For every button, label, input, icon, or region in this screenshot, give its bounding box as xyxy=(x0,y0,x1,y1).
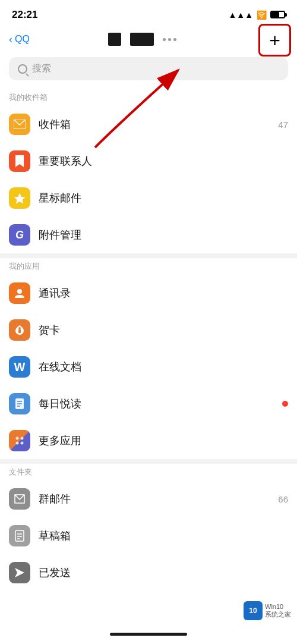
svg-point-10 xyxy=(16,437,19,440)
group-mail-badge: 66 xyxy=(278,494,288,504)
folders-list: 群邮件 66 草稿箱 已发送 xyxy=(0,480,297,591)
svg-rect-4 xyxy=(18,329,21,333)
apps-list: 通讯录 贺卡 W 在线文档 每日悦读 更多应用 xyxy=(0,275,297,459)
signal-icon: ▲▲▲ xyxy=(228,10,253,20)
nav-dot-1 xyxy=(163,38,166,41)
wifi-icon: 🛜 xyxy=(257,10,267,20)
starred-item[interactable]: 星标邮件 xyxy=(0,180,297,216)
sent-item[interactable]: 已发送 xyxy=(0,554,297,591)
drafts-icon xyxy=(9,525,30,546)
nav-dot-2 xyxy=(168,38,171,41)
inbox-list: 收件箱 47 重要联系人 星标邮件 G 附件管理 xyxy=(0,106,297,253)
greeting-item[interactable]: 贺卡 xyxy=(0,312,297,348)
status-bar: 22:21 ▲▲▲ 🛜 xyxy=(0,0,297,26)
important-icon xyxy=(9,150,30,172)
daily-read-item[interactable]: 每日悦读 xyxy=(0,385,297,422)
home-indicator xyxy=(110,633,187,636)
daily-read-label: 每日悦读 xyxy=(39,397,274,411)
apps-section-label: 我的应用 xyxy=(0,258,297,275)
nav-icon-1 xyxy=(108,33,121,46)
status-icons: ▲▲▲ 🛜 xyxy=(228,10,285,20)
contacts-icon xyxy=(9,282,30,304)
battery-icon xyxy=(270,11,285,18)
plus-icon: + xyxy=(269,31,280,50)
inbox-section-label: 我的收件箱 xyxy=(0,89,297,106)
contacts-item[interactable]: 通讯录 xyxy=(0,275,297,312)
compose-button[interactable]: + xyxy=(258,24,291,56)
greeting-label: 贺卡 xyxy=(39,323,288,337)
starred-icon xyxy=(9,187,30,209)
svg-point-3 xyxy=(17,289,22,294)
search-container: 搜索 xyxy=(9,57,288,80)
nav-title-area xyxy=(108,33,176,46)
inbox-label: 收件箱 xyxy=(39,117,270,131)
nav-dot-3 xyxy=(173,38,176,41)
more-apps-item[interactable]: 更多应用 xyxy=(0,422,297,459)
group-mail-label: 群邮件 xyxy=(39,492,270,506)
bottom-bar xyxy=(0,624,297,644)
attachment-label: 附件管理 xyxy=(39,228,288,242)
search-placeholder: 搜索 xyxy=(32,62,51,75)
inbox-badge: 47 xyxy=(278,120,288,130)
search-bar[interactable]: 搜索 xyxy=(9,57,288,80)
drafts-item[interactable]: 草稿箱 xyxy=(0,517,297,554)
daily-read-dot xyxy=(282,401,288,407)
more-apps-icon xyxy=(9,430,30,451)
watermark-line2: 系统之家 xyxy=(265,610,291,619)
svg-point-11 xyxy=(21,437,24,440)
online-doc-item[interactable]: W 在线文档 xyxy=(0,348,297,385)
svg-point-5 xyxy=(18,327,21,329)
svg-rect-14 xyxy=(15,530,24,541)
attachment-item[interactable]: G 附件管理 xyxy=(0,216,297,253)
folders-section-label: 文件夹 xyxy=(0,464,297,480)
section-divider-2 xyxy=(0,459,297,464)
inbox-item[interactable]: 收件箱 47 xyxy=(0,106,297,143)
greeting-icon xyxy=(9,319,30,341)
starred-label: 星标邮件 xyxy=(39,191,288,205)
nav-icon-2 xyxy=(130,33,154,46)
group-mail-icon xyxy=(9,488,30,510)
back-arrow-icon: ‹ xyxy=(9,33,12,46)
watermark-text: Win10 系统之家 xyxy=(265,603,291,619)
svg-point-13 xyxy=(21,442,24,445)
nav-back-label: QQ xyxy=(15,34,30,45)
group-mail-item[interactable]: 群邮件 66 xyxy=(0,480,297,517)
svg-point-12 xyxy=(16,442,19,445)
watermark: 10 Win10 系统之家 xyxy=(244,601,291,620)
svg-marker-2 xyxy=(14,193,26,204)
online-doc-icon: W xyxy=(9,356,30,378)
sent-icon xyxy=(9,562,30,583)
more-apps-label: 更多应用 xyxy=(39,433,288,448)
nav-dots xyxy=(163,38,176,41)
inbox-icon xyxy=(9,114,30,135)
section-divider-1 xyxy=(0,253,297,258)
drafts-label: 草稿箱 xyxy=(39,529,288,543)
watermark-line1: Win10 xyxy=(265,603,291,610)
status-time: 22:21 xyxy=(12,9,37,21)
search-icon xyxy=(18,64,27,74)
contacts-label: 通讯录 xyxy=(39,286,288,300)
daily-read-icon xyxy=(9,393,30,414)
watermark-icon: 10 xyxy=(244,601,263,620)
nav-back[interactable]: ‹ QQ xyxy=(9,33,30,46)
sent-label: 已发送 xyxy=(39,566,288,580)
important-label: 重要联系人 xyxy=(39,154,288,168)
important-item[interactable]: 重要联系人 xyxy=(0,143,297,180)
top-nav: ‹ QQ xyxy=(0,26,297,52)
attachment-icon: G xyxy=(9,224,30,246)
svg-marker-18 xyxy=(15,568,24,577)
online-doc-label: 在线文档 xyxy=(39,360,288,374)
